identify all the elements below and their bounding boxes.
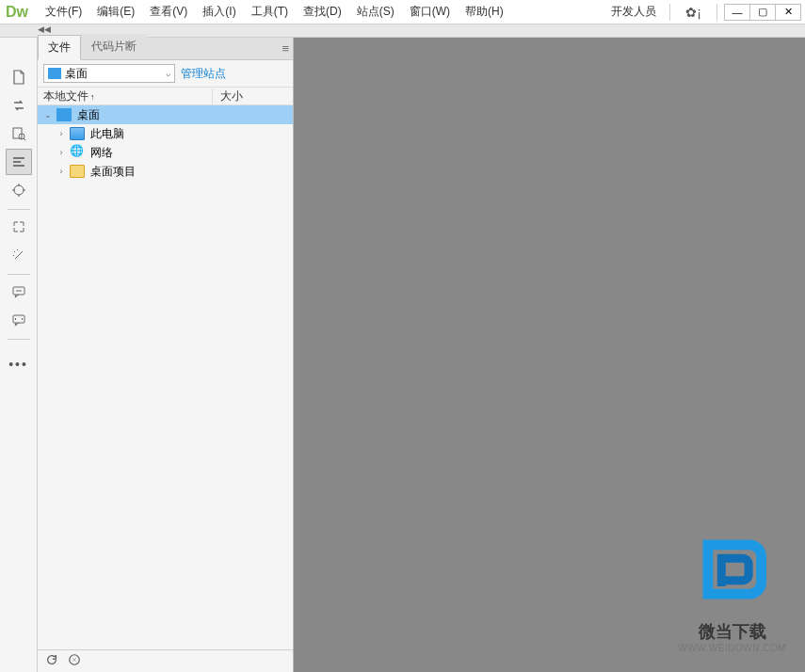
tab-snippets[interactable]: 代码片断	[81, 34, 147, 59]
menu-find[interactable]: 查找(D)	[296, 0, 349, 24]
sync-icon[interactable]	[68, 653, 81, 669]
collapse-icon[interactable]: ⌄	[41, 110, 55, 120]
minimize-button[interactable]: —	[724, 4, 750, 21]
tool-expand-icon[interactable]	[6, 214, 32, 240]
menu-help[interactable]: 帮助(H)	[458, 0, 511, 24]
menu-file[interactable]: 文件(F)	[38, 0, 89, 24]
tab-files[interactable]: 文件	[38, 35, 81, 60]
watermark-url: WWW.WEIDOWN.COM	[678, 643, 786, 653]
tool-swap-icon[interactable]	[6, 92, 32, 119]
panel-tabs: 文件 代码片断 ≡	[38, 38, 293, 60]
panel-collapse-icon[interactable]: ◀◀	[38, 24, 51, 34]
tree-label: 桌面	[77, 107, 100, 123]
expand-icon[interactable]: ›	[55, 148, 68, 157]
menu-insert[interactable]: 插入(I)	[195, 0, 243, 24]
tool-new-document-icon[interactable]	[6, 64, 32, 90]
tool-find-icon[interactable]	[6, 120, 32, 147]
gear-icon[interactable]: ✿¡	[674, 5, 713, 20]
menu-tools[interactable]: 工具(T)	[244, 0, 296, 24]
header-local-files[interactable]: 本地文件↑	[43, 88, 213, 104]
tree-item-desktop[interactable]: ⌄ 桌面	[38, 105, 293, 124]
menu-view[interactable]: 查看(V)	[142, 0, 195, 24]
tree-label: 此电脑	[90, 126, 124, 142]
svg-rect-0	[13, 128, 22, 138]
tool-target-icon[interactable]	[6, 177, 32, 203]
files-panel: 文件 代码片断 ≡ 桌面 ⌵ 管理站点 本地文件↑ 大小	[38, 38, 294, 672]
app-logo: Dw	[6, 4, 28, 21]
tool-wand-icon[interactable]	[6, 242, 32, 268]
panel-footer	[38, 649, 293, 672]
menubar: Dw 文件(F) 编辑(E) 查看(V) 插入(I) 工具(T) 查找(D) 站…	[0, 0, 805, 24]
tree-label: 网络	[90, 145, 113, 161]
tool-more-icon[interactable]: •••	[6, 351, 32, 377]
folder-icon	[70, 165, 85, 178]
document-area: 微当下载 WWW.WEIDOWN.COM	[294, 38, 805, 672]
manage-sites-link[interactable]: 管理站点	[181, 66, 226, 82]
desktop-icon	[56, 108, 72, 121]
maximize-button[interactable]: ▢	[749, 4, 776, 21]
panel-toolbar: 桌面 ⌵ 管理站点	[38, 60, 293, 87]
tree-item-network[interactable]: › 网络	[38, 143, 293, 162]
tree-label: 桌面项目	[90, 164, 136, 180]
site-dropdown[interactable]: 桌面 ⌵	[43, 64, 175, 83]
sort-ascending-icon: ↑	[90, 92, 95, 102]
network-icon	[70, 146, 85, 159]
left-toolbar: •••	[0, 38, 38, 672]
expand-icon[interactable]: ›	[55, 129, 68, 138]
tree-item-computer[interactable]: › 此电脑	[38, 124, 293, 143]
tree-item-folder[interactable]: › 桌面项目	[38, 162, 293, 181]
dropdown-selected: 桌面	[65, 66, 88, 82]
menu-window[interactable]: 窗口(W)	[402, 0, 458, 24]
panel-menu-icon[interactable]: ≡	[282, 41, 289, 56]
workspace-switcher[interactable]: 开发人员	[602, 4, 666, 20]
file-tree: ⌄ 桌面 › 此电脑 › 网络 › 桌面项目	[38, 105, 293, 649]
file-list-header: 本地文件↑ 大小	[38, 87, 293, 105]
header-size[interactable]: 大小	[213, 88, 243, 104]
menu-edit[interactable]: 编辑(E)	[89, 0, 142, 24]
close-button[interactable]: ✕	[775, 4, 801, 21]
tool-snippet-icon[interactable]	[6, 307, 32, 333]
window-controls: — ▢ ✕	[725, 4, 801, 21]
desktop-icon	[48, 68, 61, 79]
watermark: 微当下载 WWW.WEIDOWN.COM	[678, 527, 786, 653]
chevron-down-icon: ⌵	[166, 69, 170, 78]
watermark-text: 微当下载	[678, 620, 786, 643]
expand-icon[interactable]: ›	[55, 167, 68, 176]
computer-icon	[70, 127, 85, 140]
svg-point-2	[14, 185, 24, 195]
tool-comment-icon[interactable]	[6, 279, 32, 305]
watermark-logo-icon	[690, 527, 775, 612]
menu-site[interactable]: 站点(S)	[349, 0, 402, 24]
tool-format-icon[interactable]	[6, 149, 32, 175]
refresh-icon[interactable]	[45, 653, 58, 669]
